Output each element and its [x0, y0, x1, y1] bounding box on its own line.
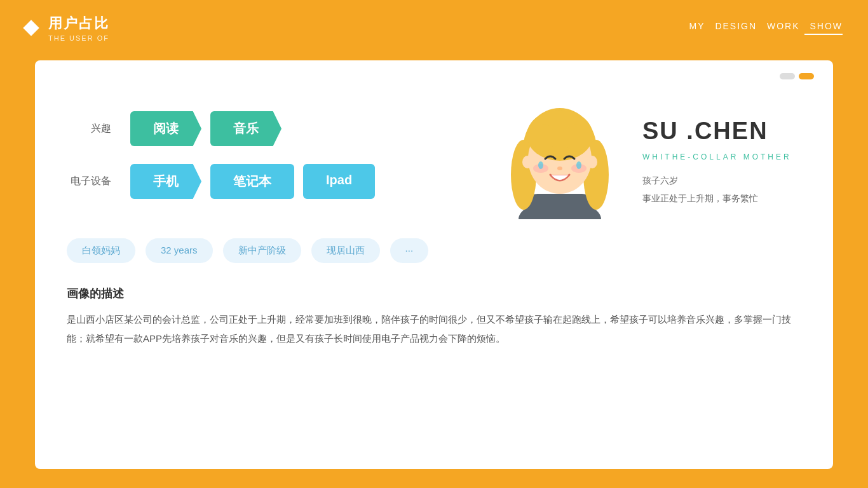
pill-tag-more[interactable]: ···	[390, 238, 429, 263]
profile-section: 兴趣 阅读 音乐 电子设备 手机 笔记本 Ipad	[67, 79, 801, 219]
profile-desc1: 孩子六岁	[642, 172, 801, 189]
svg-point-13	[538, 161, 543, 169]
svg-point-8	[564, 124, 587, 152]
pill-tag-1[interactable]: 32 years	[146, 238, 213, 263]
nav-work[interactable]: WORK	[767, 21, 800, 31]
nav-underline	[804, 34, 843, 35]
interests-label: 兴趣	[67, 122, 118, 135]
devices-row: 电子设备 手机 笔记本 Ipad	[67, 164, 496, 199]
pill-tag-2[interactable]: 新中产阶级	[223, 238, 301, 263]
interests-tags: 阅读 音乐	[130, 111, 281, 146]
description-title: 画像的描述	[67, 286, 801, 301]
profile-info: SU .CHEN WHITHE-COLLAR MOTHER 孩子六岁 事业正处于…	[623, 105, 801, 207]
logo-diamond-icon	[23, 20, 39, 36]
pagination	[780, 73, 814, 79]
svg-point-10	[587, 156, 597, 168]
nav-menu: MY DESIGN WORK SHOW	[689, 21, 843, 31]
pill-tag-0[interactable]: 白领妈妈	[67, 238, 135, 263]
svg-point-9	[522, 156, 532, 168]
tag-music[interactable]: 音乐	[210, 111, 281, 146]
avatar-area	[496, 92, 623, 219]
tag-laptop[interactable]: 笔记本	[210, 164, 294, 199]
main-card: 兴趣 阅读 音乐 电子设备 手机 笔记本 Ipad	[35, 60, 833, 469]
top-navigation: 用户占比 THE USER OF MY DESIGN WORK SHOW	[0, 0, 868, 56]
nav-design[interactable]: DESIGN	[715, 21, 757, 31]
profile-desc2: 事业正处于上升期，事务繁忙	[642, 189, 801, 207]
dot-1[interactable]	[780, 73, 795, 79]
avatar	[506, 92, 614, 219]
svg-point-15	[557, 166, 562, 170]
description-section: 画像的描述 是山西小店区某公司的会计总监，公司正处于上升期，经常要加班到很晚，陪…	[67, 286, 801, 348]
logo-cn: 用户占比	[48, 14, 109, 33]
dot-2[interactable]	[799, 73, 814, 79]
logo-en: THE USER OF	[48, 34, 109, 42]
nav-show[interactable]: SHOW	[810, 21, 843, 31]
tags-row: 白领妈妈 32 years 新中产阶级 现居山西 ···	[67, 238, 801, 263]
devices-label: 电子设备	[67, 175, 118, 188]
attributes-area: 兴趣 阅读 音乐 电子设备 手机 笔记本 Ipad	[67, 105, 496, 217]
tag-ipad[interactable]: Ipad	[303, 164, 375, 199]
nav-my[interactable]: MY	[689, 21, 705, 31]
svg-point-7	[532, 124, 555, 152]
logo-area: 用户占比 THE USER OF	[25, 14, 109, 42]
pill-tag-3[interactable]: 现居山西	[311, 238, 380, 263]
svg-rect-1	[525, 194, 595, 219]
tag-reading[interactable]: 阅读	[130, 111, 201, 146]
profile-name: SU .CHEN	[642, 118, 801, 145]
description-text: 是山西小店区某公司的会计总监，公司正处于上升期，经常要加班到很晚，陪伴孩子的时间…	[67, 310, 801, 348]
profile-title: WHITHE-COLLAR MOTHER	[642, 152, 801, 161]
interests-row: 兴趣 阅读 音乐	[67, 111, 496, 146]
tag-phone[interactable]: 手机	[130, 164, 201, 199]
devices-tags: 手机 笔记本 Ipad	[130, 164, 375, 199]
svg-point-14	[576, 161, 581, 169]
